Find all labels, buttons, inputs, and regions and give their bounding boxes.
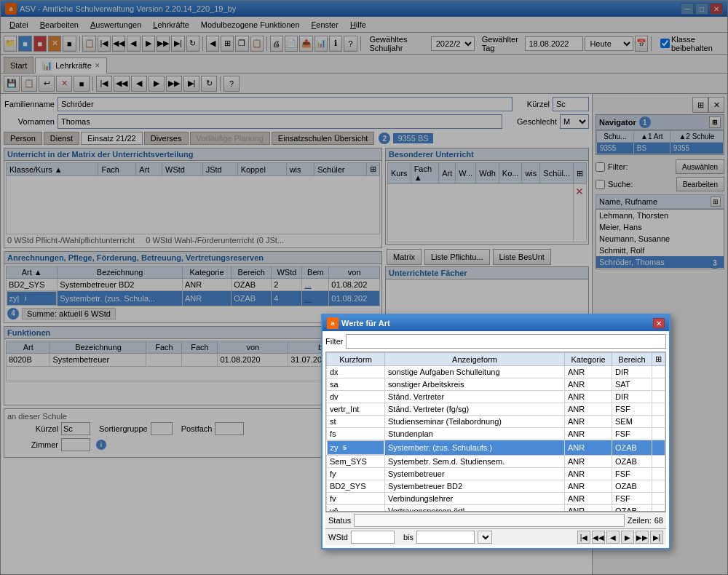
modal-status-label: Status [328,516,351,525]
modal-col-icon[interactable]: ⊞ [652,353,665,366]
modal-nav-prev2[interactable]: ◀◀ [592,531,605,544]
modal-col-bereich[interactable]: Bereich [612,353,652,366]
modal-zeilen-value: 68 [654,516,663,525]
modal-window: a Werte für Art ✕ Filter Kurzform [321,314,670,550]
modal-row-2[interactable]: sa sonstiger Arbeitskreis ANR SAT [327,378,665,391]
modal-row-9[interactable]: fy Systembetreuer ANR FSF [327,468,665,480]
modal-nav-lst[interactable]: ▶| [650,531,663,544]
modal-table-container[interactable]: Kurzform Anzeigeform Kategorie Bereich ⊞… [325,352,666,512]
modal-row-8[interactable]: Sem_SYS Systembetr. Sem.d. Studiensem. A… [327,456,665,468]
modal-footer: Status Zeilen: 68 [325,512,666,528]
modal-content: Filter Kurzform Anzeigeform Kategorie Be… [323,331,669,548]
modal-row-1[interactable]: dx sonstige Aufgaben Schulleitung ANR DI… [327,366,665,378]
modal-title: Werte für Art [341,319,390,328]
modal-nav-nxt[interactable]: ▶▶ [636,531,649,544]
modal-row-12[interactable]: vö Vertrauensperson örtl. ANR OZAB [327,505,665,512]
modal-zeilen-label: Zeilen: [628,516,652,525]
modal-row-11[interactable]: fv Verbindungslehrer ANR FSF [327,493,665,505]
modal-col-anzeigeform[interactable]: Anzeigeform [385,353,565,366]
modal-icon: a [327,317,339,329]
modal-wstd-row: WStd bis ▼ |◀ ◀◀ ◀ ▶ ▶▶ ▶| [325,528,666,545]
modal-col-kurzform[interactable]: Kurzform [327,353,385,366]
modal-filter-row: Filter [325,334,666,349]
modal-overlay: a Werte für Art ✕ Filter Kurzform [1,1,727,574]
modal-row-7[interactable]: zy 5 Systembetr. (zus. Schulaufs.) ANR O… [327,440,665,456]
modal-row-10[interactable]: BD2_SYS Systembetreuer BD2 ANR OZAB [327,480,665,493]
modal-nav-first[interactable]: |◀ [577,531,590,544]
modal-row-6[interactable]: fs Stundenplan ANR FSF [327,428,665,440]
modal-table: Kurzform Anzeigeform Kategorie Bereich ⊞… [326,352,665,512]
modal-bis-input[interactable] [416,531,475,544]
modal-row-5[interactable]: st Studienseminar (Teilabordnung) ANR SE… [327,416,665,428]
modal-bis-label: bis [403,533,414,542]
modal-row-3[interactable]: dv Ständ. Vertreter ANR DIR [327,391,665,403]
modal-wstd-label: WStd [328,533,348,542]
modal-bis-select[interactable]: ▼ [478,531,492,544]
modal-nav-back[interactable]: ◀ [606,531,620,544]
modal-close-button[interactable]: ✕ [653,318,665,328]
modal-status-input[interactable] [354,514,625,527]
modal-row-4[interactable]: vertr_Int Ständ. Vertreter (fg/sg) ANR F… [327,403,665,416]
modal-col-kategorie[interactable]: Kategorie [565,353,612,366]
modal-filter-label: Filter [325,337,343,346]
modal-nav-fwd[interactable]: ▶ [621,531,634,544]
modal-nav: |◀ ◀◀ ◀ ▶ ▶▶ ▶| [577,531,663,544]
modal-wstd-input[interactable] [351,531,395,544]
modal-filter-input[interactable] [346,334,666,349]
modal-titlebar: a Werte für Art ✕ [323,315,669,331]
modal-badge-5: 5 [340,443,350,453]
